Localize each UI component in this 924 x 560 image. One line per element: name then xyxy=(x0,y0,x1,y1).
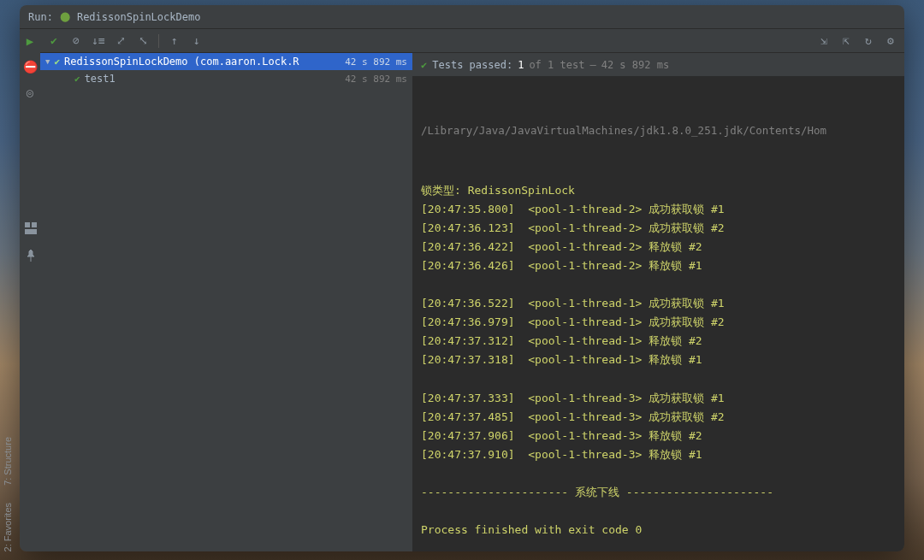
navigate-up-icon[interactable]: ↑ xyxy=(168,34,181,48)
vertical-tab-structure[interactable]: 7: Structure xyxy=(3,437,13,486)
tests-time: 42 s 892 ms xyxy=(601,59,669,71)
console-panel: ✔ Tests passed: 1 of 1 test – 42 s 892 m… xyxy=(412,53,904,551)
run-tab-title[interactable]: RedissonSpinLockDemo xyxy=(77,11,201,23)
console-line xyxy=(421,275,896,294)
test-root-name: RedissonSpinLockDemo (com.aaron.Lock.R xyxy=(64,56,299,68)
console-line: Process finished with exit code 0 xyxy=(421,521,896,539)
expand-icon[interactable]: ⤢ xyxy=(114,34,127,48)
settings-icon[interactable]: ⚙ xyxy=(884,34,897,48)
console-line: ---------------------- 系统下线 ------------… xyxy=(421,483,896,502)
console-line: [20:47:37.910] <pool-1-thread-3> 释放锁 #1 xyxy=(421,445,896,464)
test-child-time: 42 s 892 ms xyxy=(345,74,407,85)
console-line: 锁类型: RedissonSpinLock xyxy=(421,181,896,200)
run-config-icon: ⬤ xyxy=(60,11,70,22)
tests-passed-label: Tests passed: xyxy=(432,59,512,71)
sort-icon[interactable]: ↓≡ xyxy=(92,34,105,48)
title-bar: Run: ⬤ RedissonSpinLockDemo xyxy=(20,5,904,29)
show-passed-icon[interactable]: ✔ xyxy=(47,34,61,48)
test-root-time: 42 s 892 ms xyxy=(345,56,407,68)
target-icon[interactable]: ◎ xyxy=(23,85,37,99)
svg-rect-1 xyxy=(32,222,37,227)
svg-rect-2 xyxy=(25,229,37,234)
console-line: [20:47:37.333] <pool-1-thread-3> 成功获取锁 #… xyxy=(421,389,896,408)
console-line: [20:47:37.318] <pool-1-thread-1> 释放锁 #1 xyxy=(421,351,896,369)
check-icon: ✔ xyxy=(54,56,60,68)
svg-rect-0 xyxy=(25,222,30,227)
pin-icon[interactable] xyxy=(23,248,38,263)
console-line: [20:47:36.123] <pool-1-thread-2> 成功获取锁 #… xyxy=(421,219,896,238)
history-icon[interactable]: ↻ xyxy=(862,34,875,48)
run-label: Run: xyxy=(28,11,53,23)
dash: – xyxy=(589,59,595,71)
show-ignored-icon[interactable]: ⊘ xyxy=(69,34,83,48)
import-icon[interactable]: ⇲ xyxy=(817,34,831,48)
check-icon: ✔ xyxy=(74,74,80,85)
test-toolbar: ✔ ⊘ ↓≡ ⤢ ⤡ ↑ ↓ ⇲ ⇱ ↻ ⚙ xyxy=(40,29,904,53)
export-icon[interactable]: ⇱ xyxy=(839,34,853,48)
console-line xyxy=(421,370,896,389)
run-tool-window: Run: ⬤ RedissonSpinLockDemo ▶ ⛔ ◎ ✔ ⊘ ↓≡… xyxy=(20,5,904,551)
check-icon: ✔ xyxy=(421,59,427,71)
console-output[interactable]: /Library/Java/JavaVirtualMachines/jdk1.8… xyxy=(412,77,904,551)
vertical-tab-favorites[interactable]: 2: Favorites xyxy=(3,503,13,551)
test-tree[interactable]: ▼ ✔ RedissonSpinLockDemo (com.aaron.Lock… xyxy=(40,53,412,551)
console-line: [20:47:35.800] <pool-1-thread-2> 成功获取锁 #… xyxy=(421,200,896,219)
run-gutter: ▶ ⛔ ◎ xyxy=(20,29,40,551)
console-line: [20:47:36.426] <pool-1-thread-2> 释放锁 #1 xyxy=(421,256,896,275)
console-line: [20:47:37.312] <pool-1-thread-1> 释放锁 #2 xyxy=(421,332,896,351)
collapse-icon[interactable]: ⤡ xyxy=(136,34,150,48)
tests-total-text: of 1 test xyxy=(529,59,584,71)
console-line: [20:47:36.979] <pool-1-thread-1> 成功获取锁 #… xyxy=(421,313,896,332)
console-line xyxy=(421,502,896,521)
navigate-down-icon[interactable]: ↓ xyxy=(190,34,204,48)
console-line: [20:47:37.906] <pool-1-thread-3> 释放锁 #2 xyxy=(421,427,896,445)
chevron-down-icon[interactable]: ▼ xyxy=(45,57,50,66)
stop-icon[interactable]: ⛔ xyxy=(23,60,37,74)
test-child-name: test1 xyxy=(85,73,116,85)
console-line: [20:47:37.485] <pool-1-thread-3> 成功获取锁 #… xyxy=(421,408,896,427)
rerun-icon[interactable]: ▶ xyxy=(23,34,37,48)
separator xyxy=(158,34,159,48)
console-line xyxy=(421,464,896,483)
tests-passed-count: 1 xyxy=(518,59,524,71)
console-line: [20:47:36.522] <pool-1-thread-1> 成功获取锁 #… xyxy=(421,294,896,313)
console-line: [20:47:36.422] <pool-1-thread-2> 释放锁 #2 xyxy=(421,238,896,256)
test-root-row[interactable]: ▼ ✔ RedissonSpinLockDemo (com.aaron.Lock… xyxy=(40,53,412,70)
test-child-row[interactable]: ✔ test1 42 s 892 ms xyxy=(40,70,412,87)
console-status-bar: ✔ Tests passed: 1 of 1 test – 42 s 892 m… xyxy=(412,53,904,77)
layout-icon[interactable] xyxy=(23,221,38,236)
jdk-path: /Library/Java/JavaVirtualMachines/jdk1.8… xyxy=(421,121,896,139)
